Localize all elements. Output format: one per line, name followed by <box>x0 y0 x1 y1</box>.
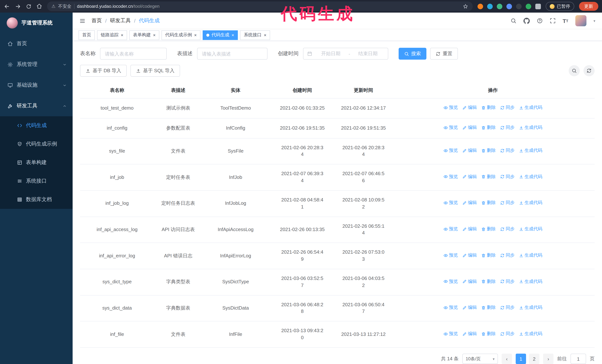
preview-link[interactable]: 预览 <box>443 304 458 311</box>
sidebar-item-db-doc[interactable]: 数据库文档 <box>0 190 73 209</box>
page-button-1[interactable]: 1 <box>516 354 526 364</box>
generate-link[interactable]: 生成代码 <box>519 331 542 337</box>
edit-link[interactable]: 编辑 <box>462 226 477 232</box>
search-icon[interactable] <box>510 18 516 24</box>
sidebar-item-devtools[interactable]: 研发工具 <box>0 95 73 116</box>
browser-update-button[interactable]: 更新 <box>579 2 598 11</box>
preview-link[interactable]: 预览 <box>443 252 458 259</box>
breadcrumb-item[interactable]: 首页 <box>92 17 102 24</box>
sync-link[interactable]: 同步 <box>500 304 515 311</box>
sync-link[interactable]: 同步 <box>500 200 515 206</box>
preview-link[interactable]: 预览 <box>443 278 458 285</box>
preview-link[interactable]: 预览 <box>443 226 458 232</box>
tab-close-icon[interactable]: × <box>121 33 123 37</box>
goto-page-input[interactable] <box>570 354 586 364</box>
sidebar-logo[interactable]: 芋道管理系统 <box>0 13 73 33</box>
users-extension-icon[interactable] <box>506 3 512 9</box>
caret-down-icon[interactable]: ▾ <box>593 19 595 23</box>
preview-link[interactable]: 预览 <box>443 104 458 111</box>
sync-link[interactable]: 同步 <box>500 331 515 337</box>
tab-trace[interactable]: 链路追踪× <box>97 30 127 40</box>
tab-close-icon[interactable]: × <box>232 33 234 37</box>
preview-link[interactable]: 预览 <box>443 200 458 206</box>
reset-button[interactable]: 重置 <box>430 48 458 60</box>
toggle-search-button[interactable] <box>569 65 580 76</box>
preview-link[interactable]: 预览 <box>443 147 458 154</box>
generate-link[interactable]: 生成代码 <box>519 278 542 285</box>
prev-page-button[interactable]: ‹ <box>502 354 512 364</box>
sidebar-item-codegen-example[interactable]: 代码生成示例 <box>0 135 73 153</box>
delete-link[interactable]: 删除 <box>481 174 496 180</box>
edit-link[interactable]: 编辑 <box>462 331 477 337</box>
generate-link[interactable]: 生成代码 <box>519 104 542 111</box>
edit-link[interactable]: 编辑 <box>462 147 477 154</box>
edit-link[interactable]: 编辑 <box>462 174 477 180</box>
tab-home[interactable]: 首页 <box>78 30 95 40</box>
preview-link[interactable]: 预览 <box>443 331 458 337</box>
browser-forward-button[interactable] <box>15 3 21 10</box>
delete-link[interactable]: 删除 <box>481 104 496 111</box>
sync-link[interactable]: 同步 <box>500 278 515 285</box>
edit-link[interactable]: 编辑 <box>462 104 477 111</box>
generate-link[interactable]: 生成代码 <box>519 304 542 311</box>
edit-link[interactable]: 编辑 <box>462 278 477 285</box>
import-db-button[interactable]: 基于 DB 导入 <box>80 65 127 77</box>
sync-link[interactable]: 同步 <box>500 147 515 154</box>
tab-codegen-example[interactable]: 代码生成示例× <box>161 30 200 40</box>
sync-link[interactable]: 同步 <box>500 125 515 131</box>
font-size-icon[interactable]: TT <box>563 18 568 24</box>
sidebar-item-codegen[interactable]: 代码生成 <box>0 116 73 135</box>
edit-link[interactable]: 编辑 <box>462 125 477 131</box>
delete-link[interactable]: 删除 <box>481 331 496 337</box>
generate-link[interactable]: 生成代码 <box>519 200 542 206</box>
bookmark-star-icon[interactable] <box>463 3 468 9</box>
browser-home-button[interactable] <box>36 3 42 9</box>
table-name-input[interactable] <box>100 48 167 60</box>
edit-link[interactable]: 编辑 <box>462 304 477 311</box>
sync-link[interactable]: 同步 <box>500 174 515 180</box>
browser-reload-button[interactable] <box>26 3 32 9</box>
sync-link[interactable]: 同步 <box>500 104 515 111</box>
orange-extension-icon[interactable] <box>478 3 483 9</box>
tab-close-icon[interactable]: × <box>153 33 156 37</box>
breadcrumb-item[interactable]: 研发工具 <box>110 17 131 24</box>
delete-link[interactable]: 删除 <box>481 304 496 311</box>
tab-system-api[interactable]: 系统接口× <box>240 30 270 40</box>
refresh-table-button[interactable] <box>583 65 595 76</box>
delete-link[interactable]: 删除 <box>481 147 496 154</box>
search-button[interactable]: 搜索 <box>399 48 426 60</box>
sidebar-collapse-icon[interactable] <box>79 18 86 24</box>
delete-link[interactable]: 删除 <box>481 252 496 259</box>
generate-link[interactable]: 生成代码 <box>519 147 542 154</box>
puzzle-extension-icon[interactable] <box>535 3 541 9</box>
delete-link[interactable]: 删除 <box>481 278 496 285</box>
edit-link[interactable]: 编辑 <box>462 200 477 206</box>
blue-drop-extension-icon[interactable] <box>487 3 493 9</box>
tab-close-icon[interactable]: × <box>194 33 197 37</box>
edit-link[interactable]: 编辑 <box>462 252 477 259</box>
sidebar-item-home[interactable]: 首页 <box>0 33 73 54</box>
dark-extension-icon[interactable] <box>516 3 522 9</box>
paused-badge[interactable]: 已暂停 <box>546 2 574 11</box>
sync-link[interactable]: 同步 <box>500 252 515 259</box>
sidebar-item-system[interactable]: 系统管理 <box>0 54 73 75</box>
help-icon[interactable] <box>537 18 543 24</box>
vue-devtools-extension-icon[interactable] <box>497 3 502 9</box>
next-page-button[interactable]: › <box>543 354 553 364</box>
page-size-select[interactable]: 10条/页 ▾ <box>462 354 498 364</box>
tab-codegen[interactable]: 代码生成× <box>203 30 238 40</box>
delete-link[interactable]: 删除 <box>481 200 496 206</box>
date-range-picker[interactable]: 开始日期 - 结束日期 <box>303 48 388 60</box>
page-button-2[interactable]: 2 <box>529 354 539 364</box>
sync-link[interactable]: 同步 <box>500 226 515 232</box>
address-bar[interactable]: ⚠ 不安全 dashboard.yudao.iocoder.cn/tool/co… <box>47 1 473 11</box>
sidebar-item-infra[interactable]: 基础设施 <box>0 75 73 95</box>
tab-form-builder[interactable]: 表单构建× <box>129 30 159 40</box>
generate-link[interactable]: 生成代码 <box>519 252 542 259</box>
fullscreen-icon[interactable] <box>549 18 556 24</box>
sidebar-item-system-api[interactable]: 系统接口 <box>0 172 73 190</box>
import-sql-button[interactable]: 基于 SQL 导入 <box>130 65 180 77</box>
table-desc-input[interactable] <box>197 48 268 60</box>
preview-link[interactable]: 预览 <box>443 125 458 131</box>
user-avatar[interactable] <box>575 15 586 26</box>
